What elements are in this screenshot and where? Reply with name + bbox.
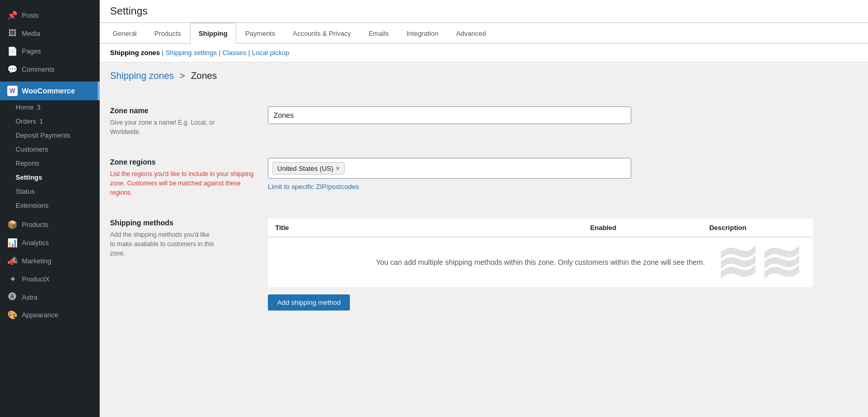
tab-advanced[interactable]: Advanced bbox=[447, 23, 495, 44]
sidebar-sub-orders[interactable]: Orders 1 bbox=[0, 114, 100, 128]
comments-icon: 💬 bbox=[7, 64, 18, 74]
sidebar-item-comments[interactable]: 💬 Comments bbox=[0, 60, 100, 78]
zone-name-label-col: Zone name Give your zone a name! E.g. Lo… bbox=[110, 106, 255, 137]
sidebar-item-marketing[interactable]: 📣 Marketing bbox=[0, 252, 100, 270]
sidebar-item-analytics[interactable]: 📊 Analytics bbox=[0, 234, 100, 252]
sidebar-item-media[interactable]: 🖼 Media bbox=[0, 24, 100, 42]
page-title: Settings bbox=[100, 0, 868, 23]
tab-emails[interactable]: Emails bbox=[360, 23, 398, 44]
shipping-methods-row: Shipping methods Add the shipping method… bbox=[110, 208, 858, 321]
region-tag-us: United States (US) × bbox=[273, 162, 345, 174]
tab-accounts-privacy[interactable]: Accounts & Privacy bbox=[284, 23, 360, 44]
sidebar-item-productx[interactable]: ✦ ProductX bbox=[0, 270, 100, 288]
zone-name-desc: Give your zone a name! E.g. Local, or Wo… bbox=[110, 118, 255, 137]
zone-name-row: Zone name Give your zone a name! E.g. Lo… bbox=[110, 96, 858, 147]
analytics-icon: 📊 bbox=[7, 238, 18, 248]
subnav-classes[interactable]: Classes bbox=[222, 49, 246, 57]
tab-general[interactable]: General bbox=[104, 23, 145, 44]
shipping-methods-table-col: Title Enabled Description You can add mu… bbox=[268, 219, 858, 311]
col-header-title: Title bbox=[275, 224, 557, 232]
sidebar-item-products[interactable]: 📦 Products bbox=[0, 216, 100, 234]
zone-name-input-col bbox=[268, 106, 858, 137]
sidebar-item-appearance[interactable]: 🎨 Appearance bbox=[0, 306, 100, 324]
shipping-methods-label-col: Shipping methods Add the shipping method… bbox=[110, 219, 255, 311]
breadcrumb-link[interactable]: Shipping zones bbox=[110, 71, 174, 81]
media-icon: 🖼 bbox=[7, 29, 18, 38]
sidebar-item-woocommerce[interactable]: W WooCommerce bbox=[0, 82, 100, 100]
methods-empty-state: You can add multiple shipping methods wi… bbox=[268, 237, 813, 287]
limit-zip-link[interactable]: Limit to specific ZIP/postcodes bbox=[268, 183, 359, 191]
appearance-icon: 🎨 bbox=[7, 310, 18, 320]
sidebar-sub-home[interactable]: Home 3 bbox=[0, 100, 100, 114]
subnav-local-pickup[interactable]: Local pickup bbox=[252, 49, 289, 57]
sidebar-sub-deposit-payments[interactable]: Deposit Payments bbox=[0, 128, 100, 142]
subnav-shipping-zones: Shipping zones bbox=[110, 49, 160, 57]
breadcrumb: Shipping zones > Zones bbox=[100, 62, 868, 86]
zone-regions-row: Zone regions List the regions you'd like… bbox=[110, 147, 858, 208]
breadcrumb-current: Zones bbox=[191, 71, 217, 81]
zone-regions-label-col: Zone regions List the regions you'd like… bbox=[110, 158, 255, 197]
pages-icon: 📄 bbox=[7, 46, 18, 56]
col-header-enabled: Enabled bbox=[557, 224, 650, 232]
sidebar-sub-status[interactable]: Status bbox=[0, 184, 100, 198]
astra-icon: 🅐 bbox=[7, 292, 18, 302]
decorative-bg: ≋≋ bbox=[715, 236, 803, 288]
region-input-wrap[interactable]: United States (US) × bbox=[268, 158, 631, 179]
methods-table-wrap: Title Enabled Description You can add mu… bbox=[268, 219, 813, 287]
marketing-icon: 📣 bbox=[7, 256, 18, 266]
col-header-description: Description bbox=[650, 224, 806, 232]
tab-products[interactable]: Products bbox=[145, 23, 189, 44]
sub-navigation: Shipping zones | Shipping settings | Cla… bbox=[100, 44, 868, 62]
main-content: Settings General Products Shipping Payme… bbox=[100, 0, 868, 417]
products-icon: 📦 bbox=[7, 220, 18, 230]
zone-regions-heading: Zone regions bbox=[110, 158, 255, 166]
subnav-shipping-settings[interactable]: Shipping settings bbox=[166, 49, 217, 57]
sidebar-sub-settings[interactable]: Settings bbox=[0, 170, 100, 184]
sidebar-item-pages[interactable]: 📄 Pages bbox=[0, 42, 100, 60]
zone-regions-input-col: United States (US) × Limit to specific Z… bbox=[268, 158, 858, 197]
region-remove-us[interactable]: × bbox=[335, 164, 340, 172]
zone-name-heading: Zone name bbox=[110, 106, 255, 115]
woo-icon: W bbox=[7, 86, 18, 96]
sidebar-sub-reports[interactable]: Reports bbox=[0, 156, 100, 170]
tabs-bar: General Products Shipping Payments Accou… bbox=[100, 23, 868, 44]
shipping-methods-desc: Add the shipping methods you'd like to m… bbox=[110, 230, 255, 258]
zone-regions-desc: List the regions you'd like to include i… bbox=[110, 169, 255, 197]
tab-integration[interactable]: Integration bbox=[398, 23, 447, 44]
sidebar: 📌 Posts 🖼 Media 📄 Pages 💬 Comments W Woo… bbox=[0, 0, 100, 417]
sidebar-item-posts[interactable]: 📌 Posts bbox=[0, 6, 100, 24]
sidebar-sub-customers[interactable]: Customers bbox=[0, 142, 100, 156]
posts-icon: 📌 bbox=[7, 10, 18, 20]
productx-icon: ✦ bbox=[7, 274, 18, 284]
zone-name-input[interactable] bbox=[268, 106, 631, 124]
tab-payments[interactable]: Payments bbox=[236, 23, 284, 44]
sidebar-item-astra[interactable]: 🅐 Astra bbox=[0, 288, 100, 306]
tab-shipping[interactable]: Shipping bbox=[190, 23, 237, 44]
form-body: Zone name Give your zone a name! E.g. Lo… bbox=[100, 86, 868, 331]
shipping-methods-heading: Shipping methods bbox=[110, 219, 255, 227]
sidebar-sub-extensions[interactable]: Extensions bbox=[0, 198, 100, 212]
add-shipping-method-button[interactable]: Add shipping method bbox=[268, 294, 350, 311]
